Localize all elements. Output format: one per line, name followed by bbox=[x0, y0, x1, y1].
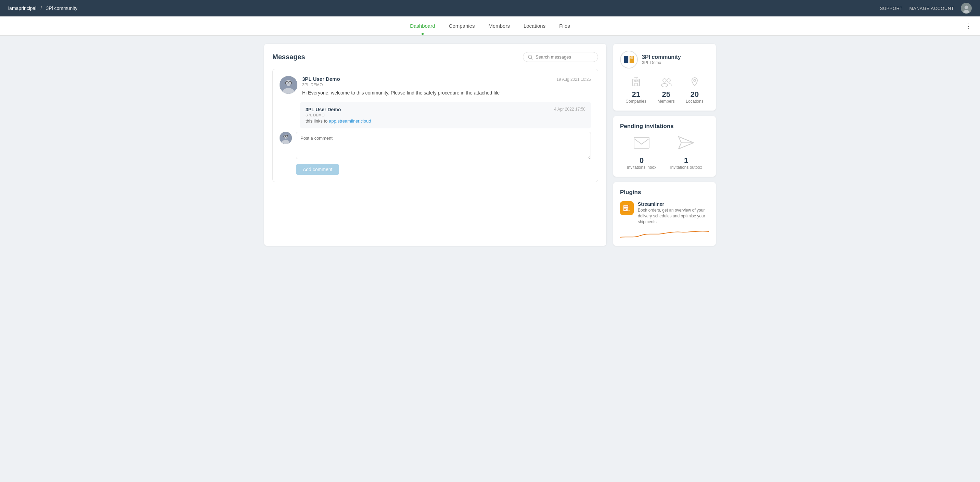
svg-point-18 bbox=[621, 51, 637, 68]
plugin-name: Streamliner bbox=[638, 201, 709, 207]
invitations-row: 0 Invitations inbox 1 Invitations outbox bbox=[620, 135, 709, 170]
message-item-main: 3PL User Demo 19 Aug 2021 10:25 3PL DEMO… bbox=[280, 76, 591, 97]
streamliner-icon: ≡ bbox=[620, 201, 634, 215]
svg-line-4 bbox=[531, 58, 533, 59]
message-text: Hi Everyone, welcome to this community. … bbox=[302, 89, 591, 97]
plugin-info: Streamliner Book orders, get an overview… bbox=[638, 201, 709, 225]
plugins-card: Plugins ≡ Streamliner Book orders, bbox=[613, 182, 716, 246]
reply-link[interactable]: app.streamliner.cloud bbox=[329, 118, 371, 124]
search-icon bbox=[528, 55, 533, 59]
comment-textarea[interactable] bbox=[296, 132, 591, 159]
support-link[interactable]: SUPPORT bbox=[880, 6, 902, 11]
page-content: Messages bbox=[250, 36, 730, 254]
svg-rect-24 bbox=[634, 80, 635, 82]
svg-rect-23 bbox=[633, 79, 640, 86]
breadcrumb-separator: / bbox=[40, 5, 42, 11]
manage-account-link[interactable]: MANAGE ACCOUNT bbox=[909, 6, 954, 11]
stats-row: 21 Companies 25 Members bbox=[620, 74, 709, 104]
user-avatar[interactable] bbox=[961, 3, 972, 14]
reply-company: 3PL DEMO bbox=[305, 113, 585, 117]
inbox-label: Invitations inbox bbox=[627, 165, 656, 170]
svg-point-14 bbox=[282, 140, 290, 144]
nav-item-files[interactable]: Files bbox=[559, 18, 570, 34]
comment-input-wrap: Add comment bbox=[296, 132, 591, 175]
companies-count: 21 bbox=[625, 90, 646, 99]
nav-items: Dashboard Companies Members Locations Fi… bbox=[410, 18, 570, 34]
outbox-icon bbox=[670, 135, 702, 153]
locations-count: 20 bbox=[686, 90, 703, 99]
message-thread: 3PL User Demo 19 Aug 2021 10:25 3PL DEMO… bbox=[272, 69, 598, 182]
inbox-count: 0 bbox=[627, 156, 656, 165]
community-card: 3Pl community 3PL Demo bbox=[613, 44, 716, 110]
messages-panel: Messages bbox=[264, 44, 606, 246]
comment-section: Add comment bbox=[280, 132, 591, 175]
topbar-left: iamaprincipal / 3Pl community bbox=[8, 5, 77, 11]
plugins-title: Plugins bbox=[620, 189, 709, 196]
svg-point-1 bbox=[965, 5, 968, 9]
svg-line-11 bbox=[285, 83, 285, 83]
community-name-topbar[interactable]: 3Pl community bbox=[46, 5, 77, 11]
community-info: 3Pl community 3PL Demo bbox=[642, 54, 681, 65]
more-menu-button[interactable]: ⋮ bbox=[965, 22, 972, 30]
message-author-avatar bbox=[280, 76, 298, 94]
plugin-streamliner: ≡ Streamliner Book orders, get an overvi… bbox=[620, 201, 709, 225]
right-sidebar: 3Pl community 3PL Demo bbox=[613, 44, 716, 246]
stat-companies: 21 Companies bbox=[625, 77, 646, 104]
reply-text: this links to app.streamliner.cloud bbox=[305, 118, 585, 124]
pending-invitations-card: Pending invitations 0 Invitations inbox bbox=[613, 116, 716, 177]
svg-rect-19 bbox=[624, 56, 628, 63]
outbox-count: 1 bbox=[670, 156, 702, 165]
svg-point-32 bbox=[694, 80, 696, 81]
message-timestamp: 19 Aug 2021 10:25 bbox=[556, 77, 591, 82]
messages-header: Messages bbox=[272, 52, 598, 62]
svg-text:≡: ≡ bbox=[628, 209, 630, 212]
nav-item-locations[interactable]: Locations bbox=[523, 18, 546, 34]
main-nav: Dashboard Companies Members Locations Fi… bbox=[0, 16, 980, 36]
commenter-avatar bbox=[280, 132, 292, 144]
svg-point-31 bbox=[667, 79, 670, 82]
add-comment-button[interactable]: Add comment bbox=[296, 164, 339, 175]
inbox-icon bbox=[627, 135, 656, 153]
plugin-chart bbox=[620, 229, 709, 239]
community-logo bbox=[620, 51, 638, 69]
locations-icon bbox=[686, 77, 703, 89]
community-name-text: 3Pl community bbox=[642, 54, 681, 60]
search-input[interactable] bbox=[536, 54, 593, 59]
svg-rect-25 bbox=[637, 80, 638, 82]
companies-label: Companies bbox=[625, 99, 646, 104]
reply-author-name: 3PL User Demo bbox=[305, 107, 341, 112]
messages-title: Messages bbox=[272, 53, 305, 61]
outbox-label: Invitations outbox bbox=[670, 165, 702, 170]
message-author-name: 3PL User Demo bbox=[302, 76, 340, 82]
svg-rect-26 bbox=[635, 83, 638, 86]
nav-item-companies[interactable]: Companies bbox=[449, 18, 475, 34]
stat-members: 25 Members bbox=[658, 77, 675, 104]
pending-invitations-title: Pending invitations bbox=[620, 123, 709, 130]
invitations-inbox: 0 Invitations inbox bbox=[627, 135, 656, 170]
locations-label: Locations bbox=[686, 99, 703, 104]
reply-item: 3PL User Demo 4 Apr 2022 17:58 3PL DEMO … bbox=[300, 102, 591, 128]
companies-icon bbox=[625, 77, 646, 89]
svg-point-22 bbox=[630, 56, 633, 59]
nav-item-members[interactable]: Members bbox=[488, 18, 510, 34]
message-body: 3PL User Demo 19 Aug 2021 10:25 3PL DEMO… bbox=[302, 76, 591, 97]
reply-meta: 3PL User Demo 4 Apr 2022 17:58 bbox=[305, 107, 585, 112]
message-company: 3PL DEMO bbox=[302, 83, 591, 87]
topbar: iamaprincipal / 3Pl community SUPPORT MA… bbox=[0, 0, 980, 16]
plugin-description: Book orders, get an overview of your del… bbox=[638, 207, 709, 225]
invitations-outbox: 1 Invitations outbox bbox=[670, 135, 702, 170]
members-label: Members bbox=[658, 99, 675, 104]
svg-point-29 bbox=[663, 79, 666, 82]
stat-locations: 20 Locations bbox=[686, 77, 703, 104]
svg-rect-33 bbox=[634, 137, 649, 148]
nav-item-dashboard[interactable]: Dashboard bbox=[410, 18, 435, 34]
username-label[interactable]: iamaprincipal bbox=[8, 5, 36, 11]
topbar-right: SUPPORT MANAGE ACCOUNT bbox=[880, 3, 972, 14]
svg-rect-20 bbox=[624, 56, 628, 57]
community-header: 3Pl community 3PL Demo bbox=[620, 51, 709, 69]
message-meta: 3PL User Demo 19 Aug 2021 10:25 bbox=[302, 76, 591, 82]
svg-point-30 bbox=[662, 83, 668, 86]
search-box[interactable] bbox=[523, 52, 598, 62]
members-count: 25 bbox=[658, 90, 675, 99]
reply-timestamp: 4 Apr 2022 17:58 bbox=[554, 107, 585, 112]
